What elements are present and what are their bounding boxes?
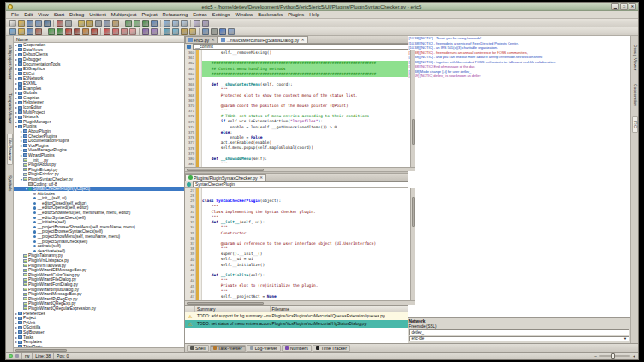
tab-log-viewer[interactable]: Log-Viewer: [247, 345, 281, 352]
column-filename[interactable]: Filename: [271, 306, 408, 312]
check-style-icon[interactable]: [172, 28, 179, 35]
tab-close-icon[interactable]: ✕: [212, 38, 215, 42]
save-project-icon[interactable]: [27, 28, 33, 35]
cut-icon[interactable]: [95, 20, 102, 27]
method-selector-combo[interactable]: __commit ▼: [193, 44, 414, 50]
sidebar-tab-symbols[interactable]: Symbols: [8, 172, 12, 194]
paste-icon[interactable]: [112, 20, 119, 27]
run-project-icon[interactable]: [57, 28, 63, 35]
menu-bookmarks[interactable]: Bookmarks: [255, 12, 285, 17]
zoom-out-icon[interactable]: [172, 20, 179, 27]
replace-icon[interactable]: [142, 20, 149, 27]
debug-script-icon[interactable]: [65, 28, 72, 35]
file-tree-header[interactable]: Name: [14, 36, 184, 43]
breakpoint-next-icon[interactable]: [112, 28, 119, 35]
menu-settings[interactable]: Settings: [210, 12, 233, 17]
new-project-icon[interactable]: [9, 28, 16, 35]
new-window-icon[interactable]: [194, 20, 200, 27]
close-button[interactable]: ✕: [629, 3, 636, 10]
class-selector-combo[interactable]: SyntaxCheckerPlugin ▼: [193, 181, 414, 187]
task-row[interactable]: ⚠TODO: set status of menu entries accord…: [185, 320, 408, 328]
tab-numbers[interactable]: Numbers: [282, 345, 312, 352]
unittest-restart-icon[interactable]: [151, 28, 158, 35]
save-all-icon[interactable]: [44, 20, 51, 27]
column-summary[interactable]: Summary: [195, 306, 271, 312]
sidebar-tab-multiproject-viewer[interactable]: Multiproject-Viewer: [8, 41, 12, 83]
run-script-icon[interactable]: [48, 28, 55, 35]
menu-unittest[interactable]: Unittest: [86, 12, 109, 17]
editor-bottom-vscrollbar[interactable]: [410, 188, 415, 300]
sidebar-tab-irc[interactable]: IRC: [632, 116, 638, 132]
menu-start[interactable]: Start: [51, 12, 67, 17]
minimize-button[interactable]: ▁: [611, 3, 619, 10]
unittest-icon[interactable]: [142, 28, 149, 35]
menu-project[interactable]: Project: [139, 12, 159, 17]
zoom-reset-icon[interactable]: [181, 20, 188, 27]
nick-input[interactable]: detlev_: [409, 329, 630, 335]
undo-icon[interactable]: [78, 20, 85, 27]
whats-this-icon[interactable]: [228, 28, 235, 35]
title-bar[interactable]: eric5 - /home/detlev/Development/Python5…: [6, 3, 638, 11]
print-icon[interactable]: [65, 20, 72, 27]
menu-view[interactable]: View: [35, 12, 51, 17]
column-priority[interactable]: [185, 306, 195, 312]
menu-edit[interactable]: Edit: [21, 12, 35, 17]
channel-combo[interactable]: eric-ide ▼: [409, 336, 630, 342]
menu-file[interactable]: File: [9, 12, 21, 17]
zoom-slider-thumb[interactable]: [611, 353, 615, 359]
tab-hgstatusdialog-py[interactable]: ...ns/vcsMercurial/HgStatusDialog.py ✕: [218, 36, 307, 43]
save-as-icon[interactable]: [35, 20, 42, 27]
search-icon[interactable]: [125, 20, 132, 27]
file-tree-hscrollbar[interactable]: [14, 347, 184, 352]
menu-debug[interactable]: Debug: [67, 12, 86, 17]
copy-icon[interactable]: [104, 20, 110, 27]
tab-eric5-py[interactable]: eric5.py ✕: [185, 36, 218, 43]
restart-icon[interactable]: [82, 28, 89, 35]
menu-refactoring[interactable]: Refactoring: [160, 12, 191, 17]
editor-top-code-area[interactable]: 3603613623633643653663673683693703713723…: [185, 50, 415, 167]
zoom-in-button[interactable]: +: [633, 353, 635, 359]
preferences-icon[interactable]: [211, 28, 218, 35]
search-next-icon[interactable]: [134, 20, 140, 27]
menu-multiproject[interactable]: Multiproject: [109, 12, 140, 17]
redo-icon[interactable]: [86, 20, 93, 27]
profile-icon[interactable]: [181, 28, 188, 35]
maximize-button[interactable]: □: [620, 3, 628, 10]
editor-bottom-hscrollbar[interactable]: [185, 300, 415, 305]
network-log[interactable]: [10:38] [NOTIC] - Thank you for using fr…: [408, 36, 631, 317]
close-icon[interactable]: [57, 20, 63, 27]
zoom-slider[interactable]: [599, 355, 630, 358]
editor-top-vscrollbar[interactable]: [410, 50, 415, 167]
documentation-icon[interactable]: [202, 28, 209, 35]
sidebar-tab-template-viewer[interactable]: Template-Viewer: [8, 90, 12, 128]
menu-plugins[interactable]: Plugins: [285, 12, 307, 17]
sidebar-tab-cooperation[interactable]: Cooperation: [633, 80, 637, 110]
editor-top-hscrollbar[interactable]: [185, 167, 415, 171]
menu-window[interactable]: Window: [233, 12, 256, 17]
tab-shell[interactable]: Shell: [187, 345, 209, 352]
zoom-out-button[interactable]: −: [594, 353, 597, 359]
breakpoint-toggle-icon[interactable]: [104, 28, 110, 35]
tab-close-icon[interactable]: ✕: [259, 175, 263, 180]
open-icon[interactable]: [18, 20, 25, 27]
breakpoint-previous-icon[interactable]: [121, 28, 128, 35]
tab-close-icon[interactable]: ✕: [301, 38, 305, 42]
save-icon[interactable]: [27, 20, 33, 27]
open-project-icon[interactable]: [18, 28, 25, 35]
task-row[interactable]: ⚠TODO: add support for hg summary --mqPl…: [185, 312, 408, 320]
debug-project-icon[interactable]: [74, 28, 80, 35]
menu-extras[interactable]: Extras: [190, 12, 209, 17]
new-icon[interactable]: [9, 20, 16, 27]
sidebar-tab-file-browser[interactable]: File-Browser: [7, 134, 13, 165]
sidebar-tab-debug-viewer[interactable]: Debug-Viewer: [633, 41, 637, 74]
check-syntax-icon[interactable]: [164, 28, 170, 35]
breakpoint-clear-icon[interactable]: [129, 28, 136, 35]
help-icon[interactable]: [219, 28, 226, 35]
stop-icon[interactable]: [91, 28, 98, 35]
tab-time-tracker[interactable]: Time Tracker: [313, 345, 350, 352]
menu-help[interactable]: Help: [307, 12, 322, 17]
goto-line-icon[interactable]: [151, 20, 158, 27]
zoom-in-icon[interactable]: [164, 20, 170, 27]
tab-pluginsyntaxchecker-py[interactable]: Plugins/PluginSyntaxChecker.py ✕: [185, 174, 266, 181]
tab-task-viewer[interactable]: Task-Viewer: [210, 345, 246, 352]
